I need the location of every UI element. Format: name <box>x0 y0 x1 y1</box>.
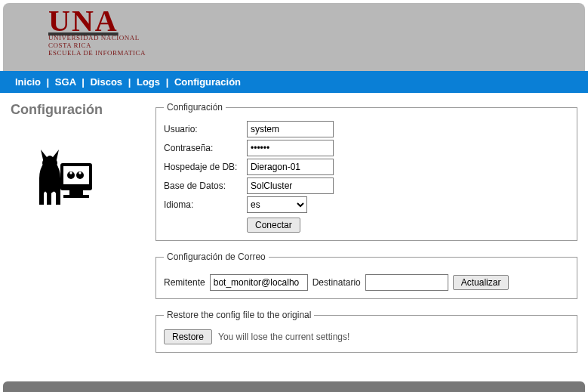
svg-rect-3 <box>69 190 83 195</box>
restore-fieldset: Restore the config file to the original … <box>155 310 577 353</box>
config-legend: Configuración <box>164 102 226 113</box>
dbhost-label: Hospedaje de DB: <box>164 162 247 172</box>
destinatario-input[interactable] <box>365 274 448 291</box>
connect-button[interactable]: Conectar <box>247 218 300 233</box>
restore-warning: You will lose the current settings! <box>218 332 349 342</box>
restore-button[interactable]: Restore <box>164 329 212 344</box>
cat-computer-icon <box>26 140 101 208</box>
svg-point-0 <box>42 157 57 169</box>
header-banner: UNA UNIVERSIDAD NACIONAL COSTA RICA ESCU… <box>3 3 585 71</box>
nav-discos[interactable]: Discos <box>90 76 122 88</box>
nav-logs[interactable]: Logs <box>137 76 160 88</box>
mail-fieldset: Configuración de Correo Remitente Destin… <box>155 252 577 299</box>
update-button[interactable]: Actualizar <box>453 275 509 290</box>
logo-main: UNA <box>48 8 146 35</box>
idioma-label: Idioma: <box>164 199 247 210</box>
dbhost-input[interactable] <box>247 159 334 175</box>
logo-sub3: ESCUELA DE INFORMATICA <box>48 50 146 57</box>
page-title: Configuración <box>11 102 146 118</box>
remitente-label: Remitente <box>164 277 205 288</box>
main-nav: Inicio | SGA | Discos | Logs | Configura… <box>0 71 588 93</box>
password-label: Contraseña: <box>164 143 247 153</box>
usuario-label: Usuario: <box>164 124 247 134</box>
logo: UNA UNIVERSIDAD NACIONAL COSTA RICA ESCU… <box>48 8 146 57</box>
nav-inicio[interactable]: Inicio <box>15 76 41 88</box>
dbname-label: Base de Datos: <box>164 181 247 191</box>
config-fieldset: Configuración Usuario: Contraseña: Hospe… <box>155 102 577 241</box>
remitente-input[interactable] <box>210 274 308 291</box>
mail-legend: Configuración de Correo <box>164 252 269 262</box>
svg-rect-4 <box>63 195 89 198</box>
restore-legend: Restore the config file to the original <box>164 310 314 320</box>
nav-config[interactable]: Configuración <box>174 76 241 88</box>
destinatario-label: Destinatario <box>312 277 361 288</box>
password-input[interactable] <box>247 140 334 156</box>
usuario-input[interactable] <box>247 121 334 137</box>
footer: © Copyright 2004 MyFreeTemplates.com / I… <box>3 381 585 392</box>
dbname-input[interactable] <box>247 177 334 194</box>
idioma-select[interactable]: es <box>247 196 307 213</box>
nav-sga[interactable]: SGA <box>55 76 76 88</box>
